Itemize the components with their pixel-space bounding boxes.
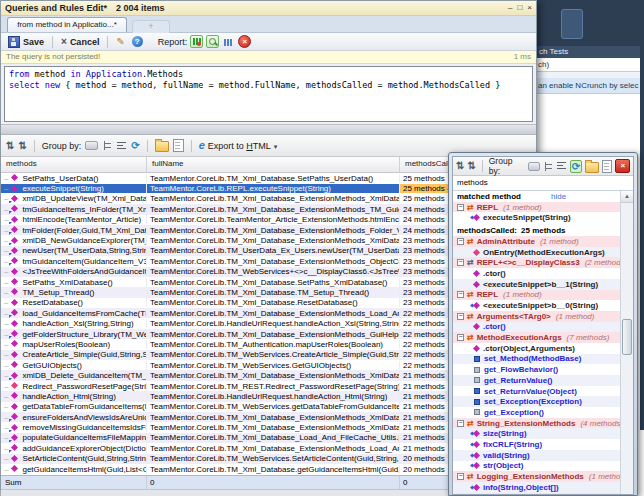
tree-item-row[interactable]: .ctor() xyxy=(453,268,621,279)
tree-item-row[interactable]: info(String,Object[]) xyxy=(453,482,621,493)
list-view-icon[interactable] xyxy=(557,161,567,171)
toolbar-separator xyxy=(482,160,483,172)
ncrunch-search-input[interactable]: ch) xyxy=(535,58,644,72)
maximize-button[interactable]: □ xyxy=(517,2,522,14)
tree-item-row[interactable]: .ctor() xyxy=(453,322,621,333)
tree-item-row[interactable]: size(String) xyxy=(453,428,621,439)
folder-icon[interactable] xyxy=(155,141,169,152)
code-editor[interactable]: from method in Application.Methodsselect… xyxy=(4,66,533,122)
expander-icon[interactable] xyxy=(457,473,464,480)
edit-button[interactable]: ✎ xyxy=(114,37,126,47)
cell-fullname: TeamMentor.CoreLib.TM_Xml_Database_Exten… xyxy=(147,205,400,214)
horizontal-splitter[interactable] xyxy=(1,124,536,135)
close-button[interactable]: × xyxy=(527,2,532,14)
report-stop-button[interactable] xyxy=(238,35,251,48)
tree-group-row[interactable]: MethodExecutionArgs(7 methods) xyxy=(453,332,621,343)
tree-group-row[interactable]: String_ExtensionMethods(4 methods) xyxy=(453,418,621,429)
tree-item-label: set_Exception(Exception) xyxy=(484,397,582,406)
export-to-html-button[interactable]: e Export to HTML xyxy=(199,140,278,151)
tree-item-row[interactable]: .ctor(Object,Arguments) xyxy=(453,343,621,354)
expander-icon[interactable] xyxy=(457,238,464,245)
tree-item-row[interactable]: executeSnippet(String) xyxy=(453,212,621,223)
list-view-icon[interactable] xyxy=(117,141,127,151)
expander-icon[interactable] xyxy=(457,291,464,298)
group-count: (4 methods) xyxy=(580,419,621,428)
collapse-all-icon[interactable]: ⇅ xyxy=(456,161,464,171)
scrollbar-thumb[interactable] xyxy=(622,319,632,355)
expander-icon[interactable] xyxy=(457,259,464,266)
tree-item-row[interactable]: fixCRLF(String) xyxy=(453,439,621,450)
tree-group-row[interactable]: REPL(1 method) xyxy=(453,202,621,213)
expander-icon[interactable] xyxy=(457,494,464,495)
document-icon[interactable] xyxy=(173,139,184,152)
scroll-up-icon[interactable]: ▲ xyxy=(621,191,633,203)
refresh-icon[interactable]: ⟳ xyxy=(131,140,139,151)
report-search-button[interactable] xyxy=(206,35,219,48)
tree-item-row[interactable]: set_ReturnValue(Object) xyxy=(453,386,621,397)
called-value: 22 methods xyxy=(403,330,445,339)
group-by-label: Group by: xyxy=(489,156,525,176)
tree-item-row[interactable]: get_Exception() xyxy=(453,407,621,418)
hide-link[interactable]: hide xyxy=(551,192,566,201)
cancel-button[interactable]: × Cancel xyxy=(59,37,101,47)
report-stats-button[interactable] xyxy=(222,35,235,48)
add-tab-button[interactable]: + xyxy=(132,20,170,33)
cell-fullname: TeamMentor.CoreLib.TM_Xml_Database_Exten… xyxy=(147,309,400,318)
column-header-methods[interactable]: methods xyxy=(1,157,147,172)
tree-group-row[interactable]: Action<T>(1 method) xyxy=(453,493,621,495)
class-icon xyxy=(467,333,474,342)
tree-item-row[interactable]: set_Exception(Exception) xyxy=(453,396,621,407)
collapse-all-icon[interactable]: ⇅ xyxy=(6,141,14,151)
document-icon[interactable] xyxy=(602,160,613,173)
panel-filter-input[interactable]: methods xyxy=(453,176,633,191)
tree-item-row[interactable]: get_ReturnValue() xyxy=(453,375,621,386)
expander-icon[interactable] xyxy=(457,204,464,211)
tree-group-row[interactable]: AdminAttribute(1 method) xyxy=(453,236,621,247)
method-name: addGuidanceExplorerObject(Dictionar xyxy=(22,444,147,453)
expander-icon[interactable] xyxy=(457,334,464,341)
tree-item-row[interactable]: str(Object) xyxy=(453,461,621,472)
tree-item-row[interactable]: <executeSnippet>b__1(String) xyxy=(453,279,621,290)
panel-scrollbar[interactable]: ▲ xyxy=(620,191,633,495)
tree-item-row[interactable]: <executeSnippet>b__0(String) xyxy=(453,300,621,311)
class-icon xyxy=(467,203,474,212)
cell-fullname: TeamMentor.CoreLib.TM_WebServices.getDat… xyxy=(147,402,400,411)
tree-view-icon[interactable] xyxy=(543,161,554,172)
close-panel-button[interactable] xyxy=(615,159,630,173)
column-header-fullname[interactable]: fullName xyxy=(147,157,400,172)
expand-all-icon[interactable]: ⇅ xyxy=(467,161,475,171)
tree-item-row[interactable]: OnEntry(MethodExecutionArgs) xyxy=(453,247,621,258)
tree-group-row[interactable]: REPL(1 method) xyxy=(453,290,621,301)
clear-grouping-icon[interactable] xyxy=(85,141,98,150)
tab-query[interactable]: from method in Applicatio...* xyxy=(7,17,127,32)
folder-icon[interactable] xyxy=(585,162,599,173)
tree-group-row[interactable]: REPL+<>c__DisplayClass3(2 methods) xyxy=(453,257,621,268)
called-value: 22 methods xyxy=(403,350,445,359)
called-value: 23 methods xyxy=(403,257,445,266)
tree-view-icon[interactable] xyxy=(102,140,113,151)
save-button[interactable]: Save xyxy=(6,36,46,48)
expander-icon[interactable] xyxy=(457,313,464,320)
method-icon xyxy=(473,462,480,469)
expander-icon[interactable] xyxy=(457,420,464,427)
method-name: getDataTableFromGuidanceItems(List xyxy=(22,402,147,411)
tab-strip: from method in Applicatio...* + xyxy=(1,16,536,33)
cell-fullname: TeamMentor.CoreLib.TM_WebServices.GetGUI… xyxy=(147,361,400,370)
called-value: 21 methods xyxy=(403,433,445,442)
report-chart-button[interactable] xyxy=(190,35,203,48)
help-button[interactable]: ? xyxy=(130,36,145,47)
method-icon xyxy=(10,444,19,452)
tree-item-row[interactable]: valid(String) xyxy=(453,450,621,461)
method-icon xyxy=(473,484,480,491)
group-name: String_ExtensionMethods xyxy=(477,419,576,428)
tree-item-label: get_Exception() xyxy=(484,408,544,417)
cell-method: CreateArticle_Simple(Guid,String,Strin xyxy=(1,350,147,359)
clear-grouping-icon[interactable] xyxy=(528,162,541,171)
tree-group-row[interactable]: Logging_ExtensionMethods(1 method) xyxy=(453,471,621,482)
minimize-button[interactable]: – xyxy=(508,2,512,14)
expand-all-icon[interactable]: ⇅ xyxy=(18,141,26,151)
tree-item-row[interactable]: get_FlowBehavior() xyxy=(453,364,621,375)
refresh-toggle-active[interactable]: ⟳ xyxy=(570,160,582,173)
tree-item-row[interactable]: set_Method(MethodBase) xyxy=(453,354,621,365)
tree-group-row[interactable]: Arguments<TArg0>(1 method) xyxy=(453,311,621,322)
